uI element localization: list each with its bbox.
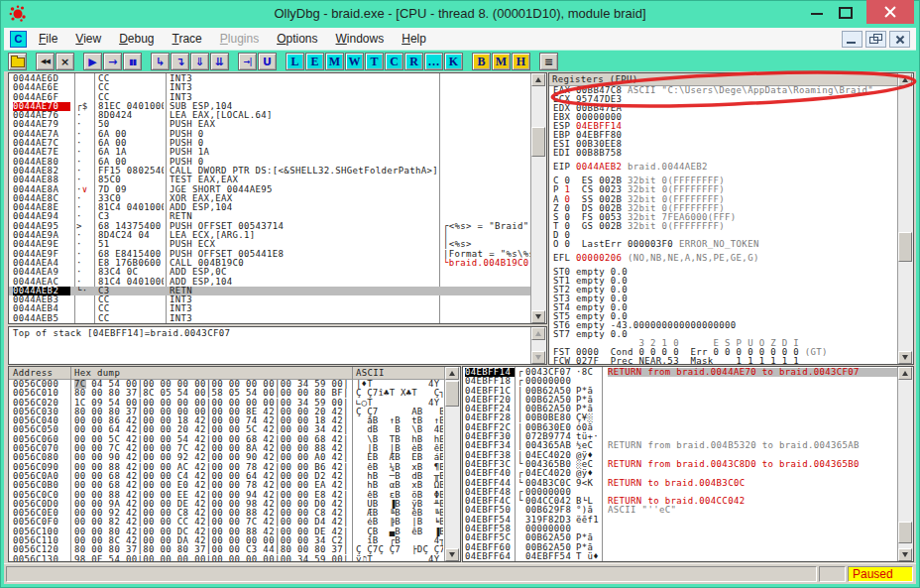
stack-row[interactable]: 04EBFF5800000000 [463,525,898,533]
memory-dump-pane[interactable]: Address Hex dump ASCII 0056C0007C 04 54 … [8,366,461,562]
stack-row[interactable]: 04EBFF18┌00000000 [463,377,898,386]
watches-window-button[interactable]: W [345,53,364,70]
disasm-row[interactable]: 0044AE80·6A 00PUSH 0 [9,158,531,167]
disasm-row[interactable]: 0044AEB3CCINT3 [9,295,531,304]
dump-row[interactable]: 0056C06000 00 5C 42|00 00 54 42|00 00 68… [9,435,445,444]
register-line[interactable]: EDI 00B8B758 [553,149,898,158]
disasm-row[interactable]: 0044AE7E·6A 1APUSH 1A [9,148,531,157]
disasm-row[interactable]: 0044AE6FCCINT3 [9,93,531,102]
mdi-close-button[interactable] [889,31,910,48]
info-pane-scrollbar[interactable] [530,327,546,364]
windows-list-button[interactable]: ≡ [539,53,558,70]
stack-row[interactable]: 04EBFF38│04EC4020@ÿ♦ [463,451,898,460]
dump-row[interactable]: 0056C0F000 00 82 42|00 00 CC 42|00 00 7C… [9,518,445,527]
hardware-breakpoints-window-button[interactable]: H [512,53,530,70]
dump-row[interactable]: 0056C03080 00 80 37|00 00 00 00|00 00 8E… [9,408,445,416]
stack-scrollbar[interactable] [897,367,913,561]
stack-row[interactable]: 04EBFF5C00B62A50P*ā [463,533,898,542]
pause-button[interactable]: ▮▮ [123,53,142,70]
dump-row[interactable]: 0056C01080 00 80 37|8C 05 54 00|58 05 54… [9,389,445,398]
stack-row[interactable]: 04EBFF4C└004CC042B└LRETURN to braid.004C… [463,497,898,506]
scrollbar-thumb[interactable] [898,522,912,543]
stack-row[interactable]: 04EBFF20│00B62A50P*ā [463,396,898,405]
stack-row[interactable]: 04EBFF14┌0043CF07·8CRETURN from braid.00… [463,368,898,377]
minimize-button[interactable] [807,4,829,22]
mdi-restore-button[interactable] [865,31,886,48]
open-file-button[interactable] [8,53,27,70]
source-window-button[interactable]: K [444,53,463,70]
info-pane[interactable]: Top of stack [04EBFF14]=braid.0043CF07 [8,326,547,365]
maximize-button[interactable] [835,4,857,22]
scroll-down-button[interactable] [898,548,912,561]
scroll-up-button[interactable] [445,367,459,380]
disasm-row[interactable]: 0044AEB2└·C3RETN [9,287,531,295]
dump-row[interactable]: 0056C05000 00 64 42|00 00 20 42|00 00 5C… [9,425,445,434]
mdi-minimize-button[interactable] [842,31,862,48]
disasm-row[interactable]: 0044AE9F·68 E8415400PUSH OFFSET 005441E8… [9,250,531,259]
register-line[interactable]: EIP 0044AEB2 braid.0044AEB2 [553,163,898,172]
menu-view[interactable]: View [66,32,110,46]
dump-row[interactable]: 0056C04000 00 86 42|00 00 18 42|00 00 74… [9,416,445,425]
dump-row[interactable]: 0056C0E000 00 92 42|00 00 C8 42|00 00 88… [9,509,445,518]
breakpoints-window-button[interactable]: B [472,53,491,70]
menu-windows[interactable]: Windows [327,32,394,46]
register-line[interactable]: FCW 027F Prec NEAR,53 Mask 1 1 1 1 1 1 [553,357,898,364]
cpu-window-button[interactable]: C [385,53,403,70]
stack-pane[interactable]: 04EBFF14┌0043CF07·8CRETURN from braid.00… [462,366,914,562]
executables-window-button[interactable]: E [305,53,324,70]
disasm-row[interactable]: 0044AE8A·∨7D 09JGE SHORT 0044AE95 [9,185,531,194]
disasm-row[interactable]: 0044AE94·C3RETN [9,212,531,221]
disasm-row[interactable]: 0044AE88·85C0TEST EAX,EAX [9,176,531,184]
scroll-up-button[interactable] [898,367,912,380]
stack-row[interactable]: 04EBFF3C└004365B0░eCRETURN from braid.00… [463,460,898,469]
disasm-row[interactable]: 0044AEB5CCINT3 [9,314,531,323]
threads-window-button[interactable]: T [365,53,384,70]
disasm-row[interactable]: 0044AE95>68 14375400PUSH OFFSET 00543714… [9,222,531,231]
scroll-down-button[interactable] [531,351,545,364]
stack-row[interactable]: 04EBFF54319F82D3ëēf1 [463,516,898,525]
dump-row[interactable]: 0056C0201C 09 54 00|00 00 00 00|00 00 00… [9,399,445,408]
disasm-row[interactable]: 0044AE9A·8D4C24 04LEA ECX,[ARG.1]│ [9,231,531,240]
close-program-button[interactable]: × [56,53,74,70]
scrollbar-thumb[interactable] [445,381,459,407]
stack-row[interactable]: 04EBFF28│00B0BE80Ç¥░ [463,413,898,422]
stack-row[interactable]: 04EBFF30│072B9774tü+· [463,432,898,441]
menu-trace[interactable]: Trace [164,32,211,46]
dump-row[interactable]: 0056C0D000 00 9A 42|00 00 DE 42|00 00 98… [9,500,445,509]
scrollbar-thumb[interactable] [531,127,545,157]
menu-options[interactable]: Options [268,32,326,46]
hex-dump-column-header[interactable]: Hex dump [74,367,120,379]
animate-into-button[interactable]: ⇓ [190,53,209,70]
register-line[interactable]: O 0 LastErr 000003F0 ERROR_NO_TOKEN [553,240,898,249]
stack-row[interactable]: 04EBFF6000B62A50P*ā [463,543,898,552]
stack-row[interactable]: 04EBFF44└004B3C0C9<KRETURN to braid.004B… [463,479,898,488]
disasm-row[interactable]: 0044AE6ECCINT3 [9,83,531,92]
registers-scrollbar[interactable] [897,73,913,364]
dump-row[interactable]: 0056C07000 00 7C 42|00 00 7C 42|00 00 8A… [9,444,445,453]
references-window-button[interactable]: R [404,53,423,70]
dump-row[interactable]: 0056C0C000 00 88 42|00 00 EE 42|00 00 94… [9,491,445,500]
disasm-row[interactable]: 0044AE7A·6A 00PUSH 0 [9,130,531,139]
disasm-row[interactable]: 0044AE9E·51PUSH ECX│<%s> [9,240,531,249]
memory-breakpoints-window-button[interactable]: M [492,53,511,70]
close-button[interactable] [866,0,914,24]
dump-row[interactable]: 0056C09000 00 88 42|00 00 AC 42|00 00 78… [9,463,445,472]
stack-row[interactable]: 04EBFF48┌00000000 [463,488,898,497]
scroll-up-button[interactable] [531,327,545,340]
address-column-header[interactable]: Address [13,367,53,379]
disasm-row[interactable]: 0044AE7C·6A 00PUSH 0 [9,139,531,148]
register-line[interactable]: EFL 00000206 (NO,NB,NE,A,NS,PE,GE,G) [553,254,898,263]
disasm-row[interactable]: 0044AE82·FF15 0802540CALL DWORD PTR DS:[… [9,167,531,176]
dump-row[interactable]: 0056C0B000 00 68 42|00 00 E0 42|00 00 78… [9,481,445,490]
step-into-button[interactable]: ↳ [151,53,170,70]
step-over-button[interactable]: ↴ [171,53,189,70]
title-bar[interactable]: OllyDbg - braid.exe - [CPU - thread 8. (… [0,0,920,28]
scrollbar-thumb[interactable] [898,232,912,262]
stack-row[interactable]: 04EBFF2C│00B630E0ó0ā [463,423,898,432]
disassembly-scrollbar[interactable] [530,73,546,323]
stack-row[interactable]: 04EBFF40┌04EC4020@ÿ♦ [463,469,898,478]
menu-plugins[interactable]: Plugins [211,32,268,46]
dump-row[interactable]: 0056C10000 00 80 42|00 00 DC 42|00 00 88… [9,528,445,536]
disasm-row[interactable]: 0044AEB4CCINT3 [9,304,531,313]
dump-row[interactable]: 0056C13098 0E 54 00|00 00 00 00|00 00 00… [9,555,445,561]
